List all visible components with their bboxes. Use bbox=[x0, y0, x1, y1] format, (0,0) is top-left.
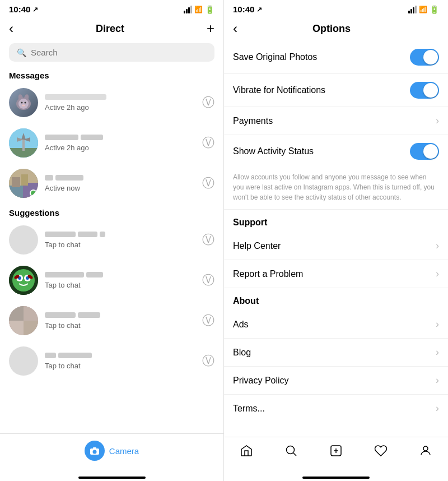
message-info: Active 2h ago bbox=[45, 135, 202, 152]
svg-rect-30 bbox=[24, 306, 38, 321]
blog-label: Blog bbox=[233, 348, 251, 358]
name-blur bbox=[78, 312, 100, 318]
help-center-label: Help Center bbox=[233, 241, 281, 251]
activity-status-label: Show Activity Status bbox=[233, 146, 314, 156]
options-back-button[interactable]: ‹ bbox=[233, 21, 237, 36]
suggestion-item[interactable]: Tap to chat Ⓥ bbox=[0, 341, 223, 381]
left-location-icon: ↗ bbox=[32, 6, 38, 13]
toggle-knob bbox=[423, 50, 438, 64]
direct-nav: ‹ Direct + bbox=[0, 16, 223, 41]
report-problem-row[interactable]: Report a Problem › bbox=[224, 260, 448, 288]
privacy-policy-row[interactable]: Privacy Policy › bbox=[224, 367, 448, 395]
left-status-icons: 📶 🔋 bbox=[184, 5, 214, 14]
suggestion-item[interactable]: Tap to chat Ⓥ bbox=[0, 260, 223, 300]
search-nav-icon[interactable] bbox=[284, 444, 298, 461]
vibrate-notifications-row[interactable]: Vibrate for Notifications bbox=[224, 74, 448, 107]
home-indicator bbox=[0, 468, 223, 481]
camera-icon[interactable]: Ⓥ bbox=[202, 175, 214, 192]
vibrate-toggle[interactable] bbox=[410, 82, 439, 99]
svg-rect-17 bbox=[21, 174, 28, 186]
options-panel: 10:40 ↗ 📶 🔋 ‹ Options Save Original Phot… bbox=[224, 0, 448, 481]
message-name-blur bbox=[45, 94, 106, 100]
help-center-row[interactable]: Help Center › bbox=[224, 232, 448, 260]
options-scroll: Save Original Photos Vibrate for Notific… bbox=[224, 41, 448, 437]
battery-icon: 🔋 bbox=[430, 5, 439, 14]
svg-rect-28 bbox=[24, 321, 38, 335]
camera-icon[interactable]: Ⓥ bbox=[202, 312, 214, 329]
payments-row[interactable]: Payments › bbox=[224, 107, 448, 135]
svg-point-19 bbox=[12, 269, 35, 292]
wifi-icon: 📶 bbox=[194, 6, 203, 13]
active-indicator bbox=[30, 189, 37, 197]
camera-icon[interactable]: Ⓥ bbox=[202, 353, 214, 369]
activity-toggle[interactable] bbox=[410, 143, 439, 160]
chevron-right-icon: › bbox=[436, 268, 439, 280]
camera-icon[interactable]: Ⓥ bbox=[202, 232, 214, 248]
message-info: Tap to chat bbox=[45, 272, 202, 289]
camera-bar: Camera bbox=[0, 433, 223, 468]
svg-rect-27 bbox=[9, 306, 24, 321]
home-nav-icon[interactable] bbox=[240, 444, 253, 461]
terms-row[interactable]: Terms... › bbox=[224, 395, 448, 422]
suggestion-item[interactable]: Tap to chat Ⓥ bbox=[0, 220, 223, 260]
ads-label: Ads bbox=[233, 320, 249, 330]
vibrate-label: Vibrate for Notifications bbox=[233, 85, 325, 95]
payments-label: Payments bbox=[233, 116, 273, 126]
message-status: Active 2h ago bbox=[45, 103, 202, 112]
suggestion-status: Tap to chat bbox=[45, 362, 202, 370]
activity-description: Allow accounts you follow and anyone you… bbox=[224, 168, 448, 210]
blog-row[interactable]: Blog › bbox=[224, 339, 448, 367]
save-original-photos-row[interactable]: Save Original Photos bbox=[224, 41, 448, 74]
active-now-status: Active now bbox=[45, 184, 202, 192]
svg-point-3 bbox=[18, 99, 29, 109]
svg-point-6 bbox=[22, 105, 25, 107]
message-item[interactable]: Active 2h ago Ⓥ bbox=[0, 82, 223, 123]
svg-rect-16 bbox=[12, 177, 20, 187]
ads-row[interactable]: Ads › bbox=[224, 311, 448, 339]
suggestions-label: Suggestions bbox=[0, 203, 223, 220]
back-button[interactable]: ‹ bbox=[9, 21, 13, 36]
avatar-placeholder bbox=[9, 346, 38, 376]
new-message-button[interactable]: + bbox=[207, 21, 214, 36]
right-status-icons: 📶 🔋 bbox=[408, 5, 439, 14]
suggestion-item[interactable]: Tap to chat Ⓥ bbox=[0, 300, 223, 341]
search-icon: 🔍 bbox=[17, 48, 26, 57]
name-blur bbox=[78, 232, 97, 237]
avatar bbox=[9, 128, 38, 158]
svg-point-32 bbox=[92, 450, 96, 454]
camera-icon[interactable]: Ⓥ bbox=[202, 94, 214, 111]
toggle-knob bbox=[423, 144, 438, 159]
message-item[interactable]: Active 2h ago Ⓥ bbox=[0, 123, 223, 163]
bottom-nav bbox=[224, 437, 448, 468]
message-info: Tap to chat bbox=[45, 232, 202, 249]
search-bar[interactable]: 🔍 bbox=[9, 43, 214, 62]
options-title: Options bbox=[312, 23, 351, 35]
name-blur bbox=[100, 232, 105, 237]
avatar-image bbox=[9, 306, 38, 335]
right-home-bar bbox=[302, 477, 370, 479]
name-blur bbox=[45, 232, 76, 237]
avatar bbox=[9, 266, 38, 295]
name-blur bbox=[45, 272, 84, 278]
message-item[interactable]: Active now Ⓥ bbox=[0, 163, 223, 203]
camera-button[interactable] bbox=[85, 441, 105, 461]
profile-nav-icon[interactable] bbox=[419, 444, 432, 461]
save-photos-toggle[interactable] bbox=[410, 49, 439, 66]
svg-rect-33 bbox=[93, 447, 96, 449]
camera-icon[interactable]: Ⓥ bbox=[202, 272, 214, 289]
activity-status-row[interactable]: Show Activity Status bbox=[224, 135, 448, 168]
heart-nav-icon[interactable] bbox=[374, 444, 388, 461]
search-input[interactable] bbox=[31, 48, 207, 57]
camera-icon[interactable]: Ⓥ bbox=[202, 135, 214, 151]
privacy-policy-label: Privacy Policy bbox=[233, 376, 289, 386]
battery-icon: 🔋 bbox=[205, 5, 214, 14]
chevron-right-icon: › bbox=[436, 374, 439, 386]
add-nav-icon[interactable] bbox=[329, 444, 343, 461]
chevron-right-icon: › bbox=[436, 318, 439, 330]
name-blur-1 bbox=[45, 135, 78, 140]
name-blur bbox=[58, 353, 92, 358]
svg-point-5 bbox=[25, 102, 26, 104]
name-blur-2 bbox=[55, 175, 83, 181]
save-photos-label: Save Original Photos bbox=[233, 52, 317, 62]
terms-label: Terms... bbox=[233, 404, 265, 414]
